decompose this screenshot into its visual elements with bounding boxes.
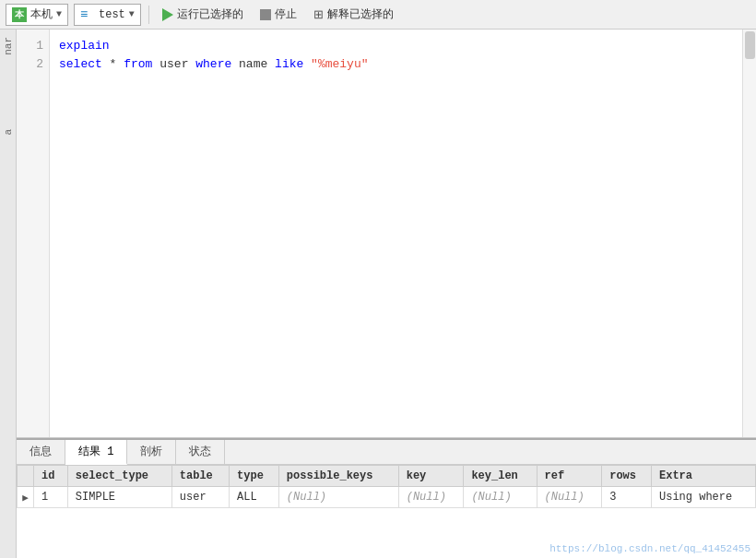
local-select[interactable]: 本 本机 ▼ (6, 4, 68, 26)
cell-rows: 3 (602, 487, 652, 508)
db-select[interactable]: ≡ test ▼ (74, 4, 141, 26)
db-arrow-icon: ▼ (129, 9, 135, 19)
tab-info[interactable]: 信息 (17, 440, 65, 464)
kw-like: like (275, 57, 303, 71)
th-key: key (398, 466, 464, 487)
explain-label: 解释已选择的 (327, 6, 394, 22)
th-select-type: select_type (67, 466, 171, 487)
stop-button[interactable]: 停止 (254, 5, 302, 24)
stop-label: 停止 (275, 6, 297, 22)
code-editor[interactable]: 1 2 explain select * from user where nam… (17, 30, 756, 438)
cell-key-len: (Null) (464, 487, 537, 508)
explain-button[interactable]: ⊞ 解释已选择的 (308, 5, 399, 24)
table-row[interactable]: ▶ 1 SIMPLE user ALL (Null) (Null) (Null)… (18, 487, 756, 508)
th-key-len: key_len (464, 466, 537, 487)
line-num-2: 2 (22, 55, 43, 74)
code-star: * (102, 57, 124, 71)
cell-possible-keys: (Null) (278, 487, 398, 508)
sidebar-text-a: a (3, 129, 14, 136)
th-id: id (34, 466, 68, 487)
code-table: user (152, 57, 195, 71)
th-arrow (18, 466, 34, 487)
cell-extra: Using where (651, 487, 755, 508)
code-name: name (231, 57, 275, 71)
watermark: https://blog.csdn.net/qq_41452455 (549, 543, 750, 554)
cell-ref: (Null) (537, 487, 602, 508)
local-icon: 本 (12, 7, 27, 22)
table-header-row: id select_type table type possible_keys … (18, 466, 756, 487)
th-type: type (230, 466, 279, 487)
cell-table: user (171, 487, 229, 508)
th-possible-keys: possible_keys (278, 466, 398, 487)
run-label: 运行已选择的 (177, 6, 243, 22)
db-icon: ≡ (80, 7, 95, 22)
code-space (303, 57, 311, 71)
code-area[interactable]: explain select * from user where name li… (50, 30, 742, 437)
scroll-area[interactable] (742, 30, 756, 437)
th-rows: rows (602, 466, 652, 487)
tab-results-label: 结果 1 (78, 445, 113, 458)
tab-profile-label: 剖析 (140, 445, 162, 458)
kw-from: from (124, 57, 152, 71)
sidebar-text-nar: nar (3, 37, 14, 55)
cell-type: ALL (230, 487, 279, 508)
tab-results[interactable]: 结果 1 (65, 440, 127, 465)
scroll-thumb[interactable] (745, 31, 755, 59)
main-content: nar a 1 2 explain select * from user whe… (0, 30, 756, 558)
tabs-bar: 信息 结果 1 剖析 状态 (17, 440, 756, 465)
th-table: table (171, 466, 229, 487)
tab-profile[interactable]: 剖析 (127, 440, 176, 464)
str-meiyu: "%meiyu" (311, 57, 368, 71)
cell-select-type: SIMPLE (67, 487, 171, 508)
explain-icon: ⊞ (313, 7, 324, 21)
run-button[interactable]: 运行已选择的 (157, 5, 249, 24)
kw-select: select (59, 57, 102, 71)
tab-status[interactable]: 状态 (176, 440, 225, 464)
th-extra: Extra (651, 466, 755, 487)
cell-id: 1 (34, 487, 68, 508)
row-arrow: ▶ (18, 487, 34, 508)
line-num-1: 1 (22, 37, 43, 55)
db-label: test (99, 8, 125, 21)
tab-info-label: 信息 (30, 445, 52, 458)
toolbar: 本 本机 ▼ ≡ test ▼ 运行已选择的 停止 ⊞ 解释已选择的 (0, 0, 756, 30)
data-table: id select_type table type possible_keys … (17, 465, 756, 508)
local-arrow-icon: ▼ (56, 9, 62, 19)
th-ref: ref (537, 466, 602, 487)
stop-icon (260, 9, 271, 20)
local-label: 本机 (30, 6, 53, 22)
kw-where: where (195, 57, 231, 71)
play-icon (162, 8, 173, 21)
tab-status-label: 状态 (189, 445, 211, 458)
sidebar: nar a (0, 30, 17, 558)
line-numbers: 1 2 (17, 30, 50, 437)
bottom-panel: 信息 结果 1 剖析 状态 id (17, 438, 756, 558)
cell-key: (Null) (398, 487, 464, 508)
kw-explain: explain (59, 39, 110, 53)
editor-container: 1 2 explain select * from user where nam… (17, 30, 756, 558)
toolbar-divider (148, 6, 149, 24)
